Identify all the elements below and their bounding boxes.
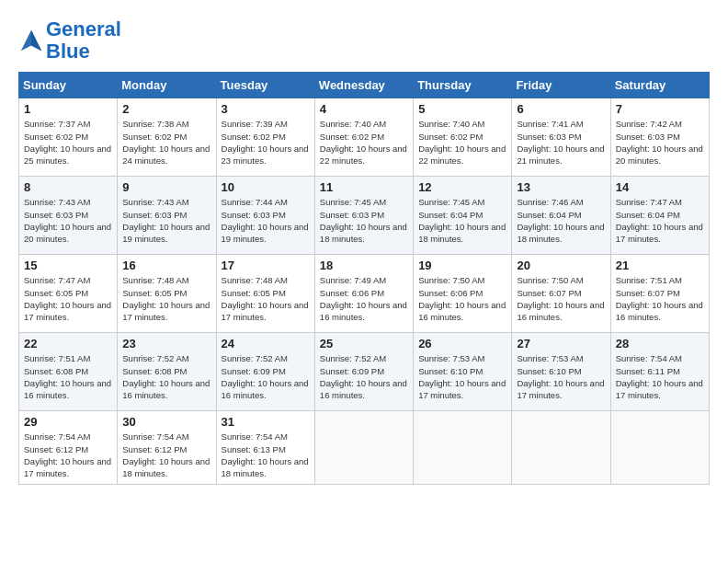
calendar-cell: 23Sunrise: 7:52 AMSunset: 6:08 PMDayligh… [118, 333, 216, 411]
calendar-cell: 11Sunrise: 7:45 AMSunset: 6:03 PMDayligh… [314, 177, 413, 255]
page-header: General Blue [18, 18, 710, 63]
day-number: 16 [122, 259, 210, 272]
calendar-cell: 8Sunrise: 7:43 AMSunset: 6:03 PMDaylight… [19, 177, 118, 255]
day-number: 25 [320, 337, 408, 350]
day-number: 15 [24, 259, 112, 272]
day-number: 20 [517, 259, 605, 272]
day-number: 5 [418, 102, 506, 116]
day-header-monday: Monday [118, 73, 216, 98]
day-number: 24 [222, 337, 310, 350]
day-header-sunday: Sunday [19, 73, 118, 98]
logo: General Blue [18, 18, 121, 63]
calendar-cell: 13Sunrise: 7:46 AMSunset: 6:04 PMDayligh… [512, 177, 610, 255]
calendar-cell: 19Sunrise: 7:50 AMSunset: 6:06 PMDayligh… [414, 255, 512, 333]
day-info: Sunrise: 7:47 AMSunset: 6:04 PMDaylight:… [616, 196, 704, 245]
day-number: 14 [616, 180, 704, 194]
day-info: Sunrise: 7:54 AMSunset: 6:11 PMDaylight:… [616, 352, 704, 401]
calendar-week-2: 8Sunrise: 7:43 AMSunset: 6:03 PMDaylight… [19, 177, 710, 255]
logo-text: General Blue [46, 18, 121, 63]
calendar-cell: 27Sunrise: 7:53 AMSunset: 6:10 PMDayligh… [512, 333, 610, 411]
day-number: 21 [616, 259, 704, 272]
day-info: Sunrise: 7:54 AMSunset: 6:12 PMDaylight:… [24, 431, 112, 479]
calendar-week-4: 22Sunrise: 7:51 AMSunset: 6:08 PMDayligh… [19, 333, 710, 411]
calendar-cell: 5Sunrise: 7:40 AMSunset: 6:02 PMDaylight… [414, 98, 512, 177]
day-info: Sunrise: 7:40 AMSunset: 6:02 PMDaylight:… [320, 118, 408, 167]
calendar-cell [610, 411, 709, 484]
day-number: 31 [222, 415, 310, 429]
day-header-tuesday: Tuesday [216, 73, 314, 98]
calendar-cell: 4Sunrise: 7:40 AMSunset: 6:02 PMDaylight… [314, 98, 413, 177]
day-info: Sunrise: 7:43 AMSunset: 6:03 PMDaylight:… [122, 196, 210, 245]
day-info: Sunrise: 7:40 AMSunset: 6:02 PMDaylight:… [418, 118, 506, 167]
calendar-cell: 25Sunrise: 7:52 AMSunset: 6:09 PMDayligh… [314, 333, 413, 411]
day-info: Sunrise: 7:51 AMSunset: 6:08 PMDaylight:… [24, 352, 112, 401]
day-info: Sunrise: 7:41 AMSunset: 6:03 PMDaylight:… [517, 118, 605, 167]
calendar-cell: 9Sunrise: 7:43 AMSunset: 6:03 PMDaylight… [118, 177, 216, 255]
calendar-cell: 28Sunrise: 7:54 AMSunset: 6:11 PMDayligh… [610, 333, 709, 411]
day-info: Sunrise: 7:52 AMSunset: 6:09 PMDaylight:… [222, 352, 310, 401]
calendar-cell: 12Sunrise: 7:45 AMSunset: 6:04 PMDayligh… [414, 177, 512, 255]
calendar-cell: 3Sunrise: 7:39 AMSunset: 6:02 PMDaylight… [216, 98, 314, 177]
calendar-cell: 6Sunrise: 7:41 AMSunset: 6:03 PMDaylight… [512, 98, 610, 177]
calendar-cell: 24Sunrise: 7:52 AMSunset: 6:09 PMDayligh… [216, 333, 314, 411]
calendar-cell: 2Sunrise: 7:38 AMSunset: 6:02 PMDaylight… [118, 98, 216, 177]
day-info: Sunrise: 7:48 AMSunset: 6:05 PMDaylight:… [222, 274, 310, 323]
day-info: Sunrise: 7:44 AMSunset: 6:03 PMDaylight:… [222, 196, 310, 245]
calendar-cell: 30Sunrise: 7:54 AMSunset: 6:12 PMDayligh… [118, 411, 216, 484]
calendar-cell: 15Sunrise: 7:47 AMSunset: 6:05 PMDayligh… [19, 255, 118, 333]
calendar-week-5: 29Sunrise: 7:54 AMSunset: 6:12 PMDayligh… [19, 411, 710, 484]
calendar-body: 1Sunrise: 7:37 AMSunset: 6:02 PMDaylight… [19, 98, 710, 484]
calendar-cell: 20Sunrise: 7:50 AMSunset: 6:07 PMDayligh… [512, 255, 610, 333]
day-number: 8 [24, 180, 112, 194]
day-info: Sunrise: 7:53 AMSunset: 6:10 PMDaylight:… [517, 352, 605, 401]
day-number: 7 [616, 102, 704, 116]
svg-marker-1 [31, 30, 41, 51]
calendar-cell [314, 411, 413, 484]
day-info: Sunrise: 7:51 AMSunset: 6:07 PMDaylight:… [616, 274, 704, 323]
calendar-cell: 1Sunrise: 7:37 AMSunset: 6:02 PMDaylight… [19, 98, 118, 177]
calendar-cell: 14Sunrise: 7:47 AMSunset: 6:04 PMDayligh… [610, 177, 709, 255]
calendar-cell: 18Sunrise: 7:49 AMSunset: 6:06 PMDayligh… [314, 255, 413, 333]
day-info: Sunrise: 7:49 AMSunset: 6:06 PMDaylight:… [320, 274, 408, 323]
calendar-cell: 7Sunrise: 7:42 AMSunset: 6:03 PMDaylight… [610, 98, 709, 177]
day-info: Sunrise: 7:46 AMSunset: 6:04 PMDaylight:… [517, 196, 605, 245]
day-info: Sunrise: 7:50 AMSunset: 6:07 PMDaylight:… [517, 274, 605, 323]
day-header-thursday: Thursday [414, 73, 512, 98]
day-info: Sunrise: 7:52 AMSunset: 6:08 PMDaylight:… [122, 352, 210, 401]
calendar-cell [512, 411, 610, 484]
day-number: 18 [320, 259, 408, 272]
day-info: Sunrise: 7:42 AMSunset: 6:03 PMDaylight:… [616, 118, 704, 167]
calendar-week-1: 1Sunrise: 7:37 AMSunset: 6:02 PMDaylight… [19, 98, 710, 177]
calendar-cell: 10Sunrise: 7:44 AMSunset: 6:03 PMDayligh… [216, 177, 314, 255]
day-info: Sunrise: 7:47 AMSunset: 6:05 PMDaylight:… [24, 274, 112, 323]
day-number: 23 [122, 337, 210, 350]
day-info: Sunrise: 7:45 AMSunset: 6:04 PMDaylight:… [418, 196, 506, 245]
calendar-table: SundayMondayTuesdayWednesdayThursdayFrid… [18, 72, 710, 484]
day-number: 12 [418, 180, 506, 194]
day-number: 26 [418, 337, 506, 350]
calendar-week-3: 15Sunrise: 7:47 AMSunset: 6:05 PMDayligh… [19, 255, 710, 333]
day-number: 30 [122, 415, 210, 429]
day-number: 28 [616, 337, 704, 350]
logo-icon [18, 28, 44, 53]
day-header-wednesday: Wednesday [314, 73, 413, 98]
calendar-cell: 29Sunrise: 7:54 AMSunset: 6:12 PMDayligh… [19, 411, 118, 484]
calendar-header-row: SundayMondayTuesdayWednesdayThursdayFrid… [19, 73, 710, 98]
day-number: 3 [222, 102, 310, 116]
day-info: Sunrise: 7:45 AMSunset: 6:03 PMDaylight:… [320, 196, 408, 245]
calendar-cell: 31Sunrise: 7:54 AMSunset: 6:13 PMDayligh… [216, 411, 314, 484]
day-info: Sunrise: 7:37 AMSunset: 6:02 PMDaylight:… [24, 118, 112, 167]
day-info: Sunrise: 7:39 AMSunset: 6:02 PMDaylight:… [222, 118, 310, 167]
day-number: 9 [122, 180, 210, 194]
day-number: 19 [418, 259, 506, 272]
day-info: Sunrise: 7:43 AMSunset: 6:03 PMDaylight:… [24, 196, 112, 245]
day-number: 11 [320, 180, 408, 194]
day-info: Sunrise: 7:54 AMSunset: 6:12 PMDaylight:… [122, 431, 210, 479]
day-number: 2 [122, 102, 210, 116]
day-info: Sunrise: 7:53 AMSunset: 6:10 PMDaylight:… [418, 352, 506, 401]
day-number: 29 [24, 415, 112, 429]
day-info: Sunrise: 7:50 AMSunset: 6:06 PMDaylight:… [418, 274, 506, 323]
day-number: 6 [517, 102, 605, 116]
day-header-saturday: Saturday [610, 73, 709, 98]
day-info: Sunrise: 7:48 AMSunset: 6:05 PMDaylight:… [122, 274, 210, 323]
